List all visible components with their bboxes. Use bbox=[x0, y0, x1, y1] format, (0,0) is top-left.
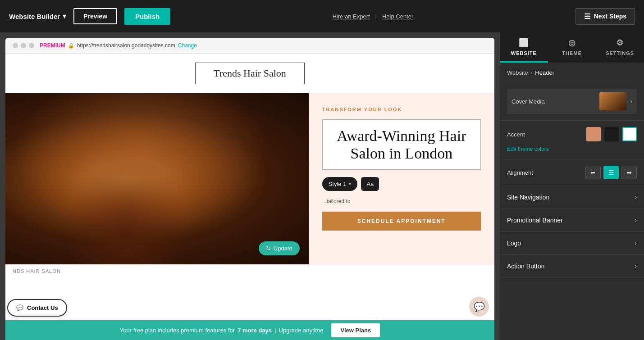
brand-chevron-icon: ▾ bbox=[63, 12, 66, 20]
brand-label: Website Builder bbox=[9, 13, 60, 20]
hero-headline-box[interactable]: Award-Winning Hair Salon in London bbox=[322, 119, 481, 170]
tab-theme[interactable]: ◎ THEME bbox=[548, 32, 596, 63]
upgrade-bar: Your free plan includes premium features… bbox=[5, 320, 494, 340]
canvas-area: PREMIUM 🔒 https://trendshairsalon.godadd… bbox=[0, 32, 500, 340]
settings-tab-label: SETTINGS bbox=[606, 50, 634, 56]
breadcrumb-separator: / bbox=[531, 69, 533, 76]
hair-silhouette bbox=[5, 93, 309, 264]
alignment-section: Alignment ⬅ ☰ ➡ bbox=[500, 159, 644, 186]
hero-section: ↻ Update TRANSFORM YOUR LOOK Award-Winni… bbox=[5, 93, 494, 264]
style-chevron-icon: ▾ bbox=[349, 181, 351, 186]
action-button-item[interactable]: Action Button › bbox=[500, 255, 644, 278]
style-controls: Style 1 ▾ Aa bbox=[322, 177, 481, 191]
logo-item[interactable]: Logo › bbox=[500, 232, 644, 255]
align-left-button[interactable]: ⬅ bbox=[585, 166, 601, 179]
premium-badge: PREMIUM bbox=[40, 42, 65, 49]
hero-headline: Award-Winning Hair Salon in London bbox=[330, 127, 473, 162]
hero-sub-text: ...tailored to bbox=[322, 198, 481, 204]
cover-media-section: Cover Media › bbox=[500, 82, 644, 121]
cover-media-controls: › bbox=[599, 92, 632, 110]
update-icon: ↻ bbox=[266, 245, 271, 252]
top-bar-center: Hire an Expert | Help Center bbox=[178, 13, 568, 20]
publish-button[interactable]: Publish bbox=[124, 8, 170, 25]
chat-icon: 💬 bbox=[474, 301, 485, 312]
update-label: Update bbox=[274, 245, 292, 252]
preview-button[interactable]: Preview bbox=[73, 8, 117, 24]
site-title[interactable]: Trends Hair Salon bbox=[195, 63, 305, 84]
panel-tabs: ⬜ WEBSITE ◎ THEME ⚙ SETTINGS bbox=[500, 32, 644, 63]
accent-swatch-dark[interactable] bbox=[604, 127, 619, 141]
contact-us-badge[interactable]: 💬 Contact Us bbox=[7, 299, 67, 317]
cover-media-row[interactable]: Cover Media › bbox=[507, 89, 637, 114]
bottom-nav-strip: NDS HAIR SALON bbox=[5, 264, 494, 277]
accent-swatch-warm[interactable] bbox=[586, 127, 601, 141]
site-navigation-chevron-icon: › bbox=[635, 193, 637, 201]
cover-media-thumbnail bbox=[599, 92, 626, 110]
accent-swatch-white[interactable] bbox=[622, 127, 637, 141]
help-center-link[interactable]: Help Center bbox=[382, 13, 413, 20]
upgrade-text: Your free plan includes premium features… bbox=[120, 327, 235, 334]
panel-body: Cover Media › Accent Edit bbox=[500, 82, 644, 340]
panel-breadcrumb: Website / Header bbox=[500, 63, 644, 82]
next-steps-label: Next Steps bbox=[594, 13, 626, 20]
browser-dot-1 bbox=[13, 43, 18, 48]
change-url-link[interactable]: Change bbox=[178, 42, 197, 49]
lock-icon: 🔒 bbox=[68, 43, 74, 49]
align-center-button[interactable]: ☰ bbox=[603, 166, 619, 179]
schedule-appointment-button[interactable]: SCHEDULE APPOINTMENT bbox=[322, 212, 481, 231]
style-selector[interactable]: Style 1 ▾ bbox=[322, 177, 358, 191]
action-button-chevron-icon: › bbox=[635, 262, 637, 270]
hero-image[interactable]: ↻ Update bbox=[5, 93, 309, 264]
style-label: Style 1 bbox=[329, 181, 347, 187]
alignment-buttons: ⬅ ☰ ➡ bbox=[585, 166, 637, 179]
theme-tab-label: THEME bbox=[562, 50, 582, 56]
breadcrumb-parent[interactable]: Website bbox=[507, 69, 528, 76]
brand-title[interactable]: Website Builder ▾ bbox=[9, 12, 66, 20]
promotional-banner-label: Promotional Banner bbox=[507, 217, 563, 224]
url-text: https://trendshairsalon.godaddysites.com bbox=[77, 42, 175, 49]
site-navigation-label: Site Navigation bbox=[507, 194, 549, 201]
breadcrumb-current: Header bbox=[535, 69, 554, 76]
upgrade-pipe: | bbox=[274, 327, 276, 334]
hire-expert-link[interactable]: Hire an Expert bbox=[332, 13, 370, 20]
hero-content: TRANSFORM YOUR LOOK Award-Winning Hair S… bbox=[309, 93, 494, 264]
days-link[interactable]: 7 more days bbox=[238, 327, 272, 334]
browser-dot-2 bbox=[21, 43, 26, 48]
main-content: PREMIUM 🔒 https://trendshairsalon.godadd… bbox=[0, 32, 644, 340]
top-bar-separator: | bbox=[375, 13, 377, 20]
upgrade-anytime-text: Upgrade anytime bbox=[279, 327, 323, 334]
website-tab-label: WEBSITE bbox=[511, 50, 537, 56]
contact-chat-icon: 💬 bbox=[16, 304, 23, 311]
logo-label: Logo bbox=[507, 240, 521, 247]
right-panel: ⬜ WEBSITE ◎ THEME ⚙ SETTINGS Website / H… bbox=[500, 32, 644, 340]
text-size-button[interactable]: Aa bbox=[361, 177, 379, 191]
promotional-banner-chevron-icon: › bbox=[635, 216, 637, 224]
update-button[interactable]: ↻ Update bbox=[259, 241, 300, 255]
accent-row: Accent bbox=[507, 127, 637, 141]
cover-media-chevron-icon: › bbox=[630, 98, 632, 105]
transform-label: TRANSFORM YOUR LOOK bbox=[322, 107, 481, 112]
website-content: Trends Hair Salon ↻ Update TRANSFORM YOU… bbox=[5, 54, 494, 320]
browser-chrome: PREMIUM 🔒 https://trendshairsalon.godadd… bbox=[5, 38, 494, 54]
action-button-label: Action Button bbox=[507, 263, 544, 270]
chat-bubble[interactable]: 💬 bbox=[469, 297, 489, 317]
browser-url: PREMIUM 🔒 https://trendshairsalon.godadd… bbox=[40, 42, 197, 49]
next-steps-button[interactable]: ☰ Next Steps bbox=[575, 8, 635, 25]
logo-chevron-icon: › bbox=[635, 239, 637, 247]
view-plans-button[interactable]: View Plans bbox=[331, 323, 380, 337]
promotional-banner-item[interactable]: Promotional Banner › bbox=[500, 209, 644, 232]
site-navigation-item[interactable]: Site Navigation › bbox=[500, 186, 644, 209]
accent-section: Accent Edit theme colors bbox=[500, 121, 644, 159]
align-right-button[interactable]: ➡ bbox=[621, 166, 637, 179]
alignment-label: Alignment bbox=[507, 169, 580, 176]
accent-swatches bbox=[586, 127, 637, 141]
website-tab-icon: ⬜ bbox=[519, 38, 529, 48]
cover-media-label: Cover Media bbox=[512, 98, 545, 105]
browser-dot-3 bbox=[29, 43, 34, 48]
contact-us-label: Contact Us bbox=[27, 304, 58, 311]
edit-theme-colors-link[interactable]: Edit theme colors bbox=[507, 146, 549, 152]
tab-website[interactable]: ⬜ WEBSITE bbox=[500, 32, 548, 63]
accent-label: Accent bbox=[507, 131, 581, 138]
tab-settings[interactable]: ⚙ SETTINGS bbox=[596, 32, 644, 63]
settings-tab-icon: ⚙ bbox=[616, 38, 624, 48]
